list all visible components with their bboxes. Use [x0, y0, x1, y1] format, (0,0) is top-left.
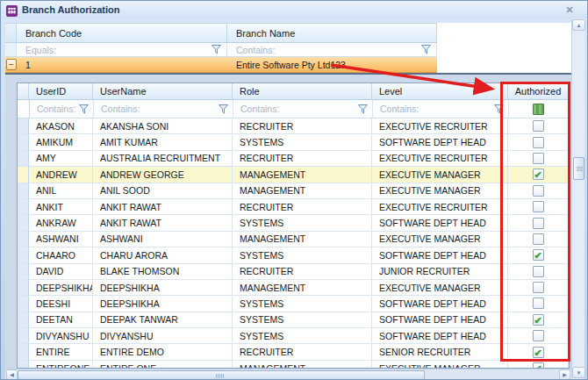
table-row[interactable]: ENTIREONEENTIRE ONEMANAGEMENTEXECUTIVE M… [18, 361, 569, 369]
detail-rows-container: AKASONAKANSHA SONIRECRUITEREXECUTIVE REC… [18, 118, 569, 369]
authorized-checkbox[interactable] [533, 153, 544, 164]
authorized-checkbox[interactable]: ✔ [533, 347, 544, 358]
vertical-scrollbar[interactable]: ▲ ▼ [571, 18, 584, 379]
username-filter-placeholder: Contains: [101, 104, 219, 114]
table-row[interactable]: ANDREWANDREW GEORGEMANAGEMENTEXECUTIVE M… [18, 167, 569, 183]
horizontal-scrollbar[interactable]: ◀ ▶ [5, 369, 571, 379]
authorized-checkbox[interactable]: ✔ [533, 249, 544, 261]
column-header-username[interactable]: UserName [93, 83, 233, 100]
horizontal-scrollbar-thumb[interactable] [18, 370, 425, 380]
filter-funnel-icon[interactable] [212, 45, 221, 54]
table-row[interactable]: DIVYANSHUDIVYANSHUSYSTEMSSOFTWARE DEPT H… [18, 328, 569, 344]
authorized-checkbox[interactable] [533, 266, 544, 277]
detail-header-row: UserID UserName Role Level Authorized [18, 83, 569, 100]
detail-filter-row: Contains: Contains: Contains: Contains: [18, 100, 569, 118]
filter-funnel-icon[interactable] [219, 104, 228, 114]
authorized-checkbox[interactable] [533, 330, 544, 341]
cell-level: SOFTWARE DEPT HEAD [372, 296, 508, 312]
collapse-row-button[interactable]: − [6, 59, 17, 70]
cell-role: MANAGEMENT [233, 167, 372, 183]
filter-funnel-icon[interactable] [421, 45, 431, 54]
table-row[interactable]: DAVIDBLAKE THOMSONRECRUITERJUNIOR RECRUI… [18, 264, 569, 280]
cell-userid: DEETAN [29, 312, 93, 328]
authorized-checkbox[interactable] [533, 233, 544, 245]
cell-role: RECRUITER [233, 264, 372, 280]
table-row[interactable]: ANILANIL SOODMANAGEMENTEXECUTIVE MANAGER [18, 183, 569, 199]
scroll-down-button[interactable]: ▼ [572, 367, 585, 378]
cell-authorized [508, 199, 569, 215]
cell-role: RECRUITER [233, 199, 372, 215]
table-row[interactable]: AKASONAKANSHA SONIRECRUITEREXECUTIVE REC… [18, 118, 569, 134]
cell-username: DEEPSHIKHA [93, 280, 233, 296]
cell-role: MANAGEMENT [233, 232, 372, 247]
table-row[interactable]: AMIKUMAMIT KUMARSYSTEMSSOFTWARE DEPT HEA… [18, 134, 569, 150]
column-header-userid[interactable]: UserID [29, 83, 93, 100]
cell-userid: AMY [29, 151, 93, 167]
userid-filter[interactable]: Contains: [30, 100, 94, 118]
column-header-authorized[interactable]: Authorized [508, 83, 569, 100]
scroll-left-button[interactable]: ◀ [6, 369, 18, 380]
table-row[interactable]: DEESHIDEEPSHIKHASYSTEMSSOFTWARE DEPT HEA… [18, 296, 569, 312]
cell-role: RECRUITER [233, 118, 372, 134]
column-header-level[interactable]: Level [372, 83, 508, 100]
table-row[interactable]: ENTIREENTIRE DEMORECRUITERSENIOR RECRUIT… [18, 344, 569, 360]
authorized-checkbox[interactable]: ✔ [533, 168, 544, 180]
level-filter[interactable]: Contains: [373, 100, 509, 118]
detail-header-indicator [18, 83, 29, 100]
authorized-checkbox[interactable] [533, 120, 544, 132]
authorized-checkbox[interactable] [533, 137, 544, 148]
authorized-filter[interactable] [509, 100, 569, 118]
username-filter[interactable]: Contains: [94, 100, 233, 118]
cell-authorized [508, 118, 569, 134]
authorized-filter-checkbox-icon[interactable] [533, 104, 544, 115]
branch-code-filter[interactable]: Equals: [17, 43, 227, 57]
cell-username: DEEPAK TANWAR [93, 312, 233, 328]
master-header-row: Branch Code Branch Name [5, 23, 437, 43]
table-row[interactable]: ASHWANIASHWANIMANAGEMENTEXECUTIVE MANAGE… [18, 232, 569, 247]
table-row[interactable]: DEETANDEEPAK TANWARSYSTEMSSOFTWARE DEPT … [18, 312, 569, 328]
cell-role: MANAGEMENT [233, 280, 372, 296]
cell-userid: ASHWANI [29, 232, 93, 247]
table-row[interactable]: ANKRAWANKIT RAWATSYSTEMSSOFTWARE DEPT HE… [18, 215, 569, 231]
row-indicator [18, 264, 29, 280]
filter-funnel-icon[interactable] [358, 104, 368, 114]
authorized-checkbox[interactable] [533, 201, 544, 212]
authorized-checkbox[interactable] [533, 282, 544, 293]
authorized-checkbox[interactable]: ✔ [533, 362, 544, 369]
cell-role: MANAGEMENT [233, 183, 372, 199]
table-row[interactable]: CHAAROCHARU ARORASYSTEMSSOFTWARE DEPT HE… [18, 247, 569, 263]
branch-row[interactable]: − 1 Entire Software Pty Ltd123 [5, 57, 437, 73]
table-row[interactable]: ANKITANKIT RAWATRECRUITEREXECUTIVE RECRU… [18, 199, 569, 215]
cell-authorized [508, 215, 569, 231]
role-filter[interactable]: Contains: [233, 100, 373, 118]
authorized-checkbox[interactable]: ✔ [533, 314, 544, 326]
authorized-checkbox[interactable] [533, 298, 544, 309]
row-indicator [18, 280, 29, 296]
branch-row-indicator: − [5, 57, 17, 72]
column-header-role[interactable]: Role [233, 83, 372, 100]
authorized-checkbox[interactable] [533, 218, 544, 229]
column-header-branch-name[interactable]: Branch Name [227, 23, 437, 43]
filter-funnel-icon[interactable] [79, 104, 89, 114]
vertical-scrollbar-thumb[interactable] [573, 157, 584, 180]
filter-funnel-icon[interactable] [494, 104, 504, 114]
master-filter-row: Equals: Contains: [5, 43, 437, 57]
close-button[interactable]: ✕ [563, 4, 576, 16]
table-row[interactable]: AMYAUSTRALIA RECRUITMENTRECRUITEREXECUTI… [18, 151, 569, 167]
cell-authorized [508, 296, 569, 312]
column-header-branch-code[interactable]: Branch Code [17, 23, 227, 43]
table-row[interactable]: DEEPSHIKHADEEPSHIKHAMANAGEMENTEXECUTIVE … [18, 280, 569, 296]
window-titlebar[interactable]: Branch Authorization [2, 1, 587, 18]
cell-userid: AKASON [29, 118, 93, 134]
cell-userid: DEEPSHIKHA [29, 280, 93, 296]
cell-userid: ANKRAW [29, 215, 93, 231]
cell-authorized [508, 280, 569, 296]
authorized-checkbox[interactable] [533, 185, 544, 197]
scroll-right-button[interactable]: ▶ [559, 369, 570, 380]
scroll-up-button[interactable]: ▲ [572, 19, 585, 31]
cell-userid: ANKIT [29, 199, 93, 215]
row-indicator [18, 118, 29, 134]
cell-userid: AMIKUM [29, 134, 93, 150]
level-filter-placeholder: Contains: [380, 104, 494, 114]
branch-name-filter[interactable]: Contains: [227, 43, 437, 57]
